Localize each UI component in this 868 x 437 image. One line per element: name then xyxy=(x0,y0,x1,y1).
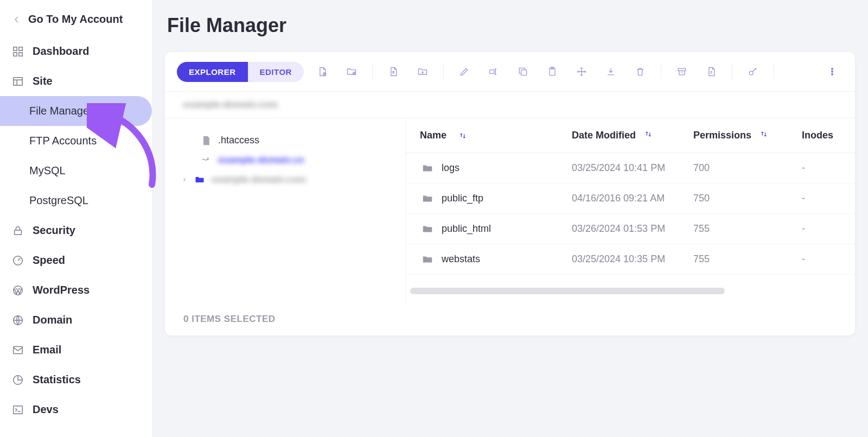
more-menu-button[interactable] xyxy=(821,61,843,83)
clipboard-icon xyxy=(547,66,558,77)
breadcrumb[interactable]: example-domain.com xyxy=(165,92,855,118)
separator xyxy=(443,64,444,79)
col-header-name[interactable]: Name xyxy=(420,130,572,141)
sidebar-item-email[interactable]: Email xyxy=(0,335,152,365)
svg-rect-2 xyxy=(14,52,17,55)
sidebar-label: Dashboard xyxy=(33,45,89,58)
table-row[interactable]: public_html 03/26/2024 01:53 PM 755 - xyxy=(406,214,855,244)
file-manager-panel: EXPLORER EDITOR xyxy=(165,52,855,335)
dots-vertical-icon xyxy=(827,66,838,77)
toolbar: EXPLORER EDITOR xyxy=(165,52,855,92)
page-title: File Manager xyxy=(167,14,855,37)
col-header-inodes[interactable]: Inodes xyxy=(802,130,855,141)
archive-icon xyxy=(676,66,687,77)
table-header: Name Date Modified Permissions Inod xyxy=(406,118,855,153)
terminal-icon xyxy=(12,404,24,416)
arrow-left-icon xyxy=(12,15,22,24)
col-header-permissions[interactable]: Permissions xyxy=(693,130,802,141)
edit-button[interactable] xyxy=(454,61,475,83)
svg-rect-14 xyxy=(489,70,494,74)
extract-icon xyxy=(706,66,717,77)
delete-button[interactable] xyxy=(629,61,651,83)
sidebar-item-dashboard[interactable]: Dashboard xyxy=(0,36,152,66)
sidebar-item-site[interactable]: Site xyxy=(0,66,152,96)
permissions-button[interactable] xyxy=(742,61,764,83)
breadcrumb-path: example-domain.com xyxy=(183,99,278,110)
separator xyxy=(661,64,661,79)
main-content: File Manager EXPLORER EDITOR xyxy=(152,0,868,437)
separator xyxy=(372,64,373,79)
table-row[interactable]: public_ftp 04/16/2016 09:21 AM 750 - xyxy=(406,183,855,214)
move-button[interactable] xyxy=(571,61,592,83)
svg-point-22 xyxy=(832,74,833,75)
svg-point-19 xyxy=(749,71,753,75)
editor-tab[interactable]: EDITOR xyxy=(248,62,304,82)
upload-folder-button[interactable] xyxy=(412,61,433,83)
svg-point-21 xyxy=(832,71,833,73)
new-file-button[interactable] xyxy=(311,61,333,83)
new-folder-icon xyxy=(346,66,357,77)
sidebar-item-mysql[interactable]: MySQL xyxy=(0,156,152,186)
move-icon xyxy=(576,66,587,77)
svg-rect-4 xyxy=(14,77,23,85)
go-to-account-link[interactable]: Go To My Account xyxy=(0,8,152,36)
gauge-icon xyxy=(12,255,24,267)
svg-rect-1 xyxy=(19,47,22,50)
grid-icon xyxy=(12,46,24,58)
paste-button[interactable] xyxy=(541,61,563,83)
trash-icon xyxy=(635,66,646,77)
sidebar-item-wordpress[interactable]: WordPress xyxy=(0,275,152,305)
table-row[interactable]: webstats 03/25/2024 10:35 PM 755 - xyxy=(406,244,855,275)
tree-folder-item[interactable]: example-domain.com xyxy=(176,170,394,189)
sidebar-item-speed[interactable]: Speed xyxy=(0,245,152,275)
chevron-right-icon[interactable] xyxy=(181,176,188,183)
svg-rect-5 xyxy=(15,230,22,235)
folder-icon xyxy=(420,223,435,235)
svg-rect-11 xyxy=(14,406,23,414)
rename-button[interactable] xyxy=(483,61,505,83)
sidebar-label: Site xyxy=(33,75,53,87)
copy-button[interactable] xyxy=(512,61,534,83)
sidebar-item-statistics[interactable]: Statistics xyxy=(0,365,152,395)
archive-button[interactable] xyxy=(671,61,693,83)
separator xyxy=(774,64,774,79)
layout-icon xyxy=(12,75,24,87)
mail-icon xyxy=(12,344,24,356)
sort-icon xyxy=(644,130,653,138)
lock-icon xyxy=(12,225,24,237)
table-row[interactable]: logs 03/25/2024 10:41 PM 700 - xyxy=(406,153,855,183)
sidebar-item-file-manager[interactable]: File Manager xyxy=(0,96,152,126)
explorer-tab[interactable]: EXPLORER xyxy=(177,62,248,82)
new-file-icon xyxy=(317,66,328,77)
col-header-date[interactable]: Date Modified xyxy=(572,130,693,141)
upload-file-button[interactable] xyxy=(382,61,404,83)
sort-icon xyxy=(760,130,768,138)
folder-icon xyxy=(420,193,435,205)
copy-icon xyxy=(518,66,528,77)
tree-pane: .htaccess example-domain.co example-doma… xyxy=(165,118,406,303)
rename-icon xyxy=(488,66,499,77)
folder-icon xyxy=(420,254,435,265)
tree-share-item[interactable]: example-domain.co xyxy=(176,150,394,170)
sidebar-item-security[interactable]: Security xyxy=(0,216,152,245)
horizontal-scrollbar[interactable] xyxy=(410,288,725,294)
svg-point-20 xyxy=(832,68,833,70)
file-table: Name Date Modified Permissions Inod xyxy=(406,118,855,303)
pencil-icon xyxy=(459,66,470,77)
svg-rect-0 xyxy=(14,47,17,50)
extract-button[interactable] xyxy=(700,61,722,83)
folder-icon xyxy=(194,174,205,185)
sidebar-item-domain[interactable]: Domain xyxy=(0,305,152,335)
sidebar-item-devs[interactable]: Devs xyxy=(0,395,152,425)
download-button[interactable] xyxy=(600,61,622,83)
sidebar-item-postgresql[interactable]: PostgreSQL xyxy=(0,186,152,216)
download-icon xyxy=(605,66,616,77)
upload-file-icon xyxy=(388,66,399,77)
sidebar-item-ftp-accounts[interactable]: FTP Accounts xyxy=(0,126,152,156)
file-icon xyxy=(201,135,212,146)
mode-toggle: EXPLORER EDITOR xyxy=(177,62,304,82)
new-folder-button[interactable] xyxy=(341,61,362,83)
tree-file-htaccess[interactable]: .htaccess xyxy=(176,130,394,150)
status-bar: 0 ITEMS SELECTED xyxy=(165,303,855,335)
svg-rect-9 xyxy=(14,346,23,353)
